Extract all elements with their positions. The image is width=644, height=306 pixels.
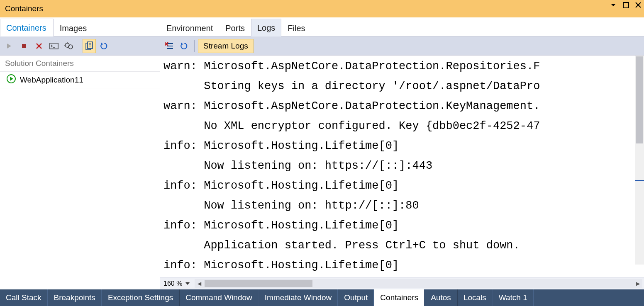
btab-watch-1[interactable]: Watch 1 <box>493 289 534 306</box>
dropdown-icon[interactable] <box>609 1 617 9</box>
tab-files[interactable]: Files <box>281 19 311 36</box>
stop-button[interactable] <box>17 39 31 53</box>
btab-label: Containers <box>380 293 418 302</box>
stream-logs-toggle[interactable]: Stream Logs <box>198 39 254 53</box>
tab-ports[interactable]: Ports <box>219 19 251 36</box>
btab-label: Breakpoints <box>54 293 95 302</box>
window-title: Containers <box>5 4 43 13</box>
right-panel: Environment Ports Logs Files Stream Logs… <box>160 17 644 289</box>
left-panel: Containers Images <box>0 17 160 289</box>
start-button[interactable] <box>2 39 16 53</box>
btab-breakpoints[interactable]: Breakpoints <box>48 289 102 306</box>
reload-button[interactable] <box>178 39 191 53</box>
btab-label: Autos <box>431 293 451 302</box>
toolbar-separator <box>194 40 195 52</box>
tab-logs[interactable]: Logs <box>251 19 281 36</box>
zoom-level: 160 % <box>163 280 182 287</box>
right-tabs: Environment Ports Logs Files <box>160 17 644 36</box>
btab-command-window[interactable]: Command Window <box>179 289 259 306</box>
bottom-tabs: Call Stack Breakpoints Exception Setting… <box>0 289 644 306</box>
tab-environment[interactable]: Environment <box>160 19 219 36</box>
terminal-button[interactable] <box>47 39 61 53</box>
btab-label: Watch 1 <box>499 293 527 302</box>
btab-label: Exception Settings <box>108 293 173 302</box>
btab-output[interactable]: Output <box>338 289 374 306</box>
tab-images[interactable]: Images <box>54 19 94 36</box>
zoom-selector[interactable]: 160 % <box>160 280 193 287</box>
tab-label: Images <box>60 24 87 33</box>
clear-button[interactable] <box>163 39 176 53</box>
left-toolbar <box>0 36 160 56</box>
btab-locals[interactable]: Locals <box>457 289 493 306</box>
tab-label: Logs <box>257 23 275 32</box>
tab-label: Environment <box>166 24 213 33</box>
btab-label: Immediate Window <box>265 293 332 302</box>
log-bottom-bar: 160 % ◀ ▶ <box>160 277 644 289</box>
remove-button[interactable] <box>32 39 46 53</box>
vertical-scrollbar[interactable] <box>635 56 644 265</box>
hscroll-track[interactable] <box>204 280 633 287</box>
log-text[interactable]: warn: Microsoft.AspNetCore.DataProtectio… <box>160 56 644 277</box>
svg-rect-1 <box>22 44 26 48</box>
toolbar-separator <box>79 40 79 52</box>
hscroll-thumb[interactable] <box>205 280 312 287</box>
tab-containers[interactable]: Containers <box>0 19 54 36</box>
btab-immediate-window[interactable]: Immediate Window <box>259 289 338 306</box>
btab-label: Locals <box>463 293 486 302</box>
scrollbar-mark <box>635 180 644 181</box>
close-icon[interactable] <box>634 1 642 9</box>
tab-label: Containers <box>6 23 46 32</box>
btab-label: Call Stack <box>6 293 41 302</box>
btab-autos[interactable]: Autos <box>424 289 457 306</box>
btab-label: Command Window <box>185 293 252 302</box>
btab-exception-settings[interactable]: Exception Settings <box>102 289 179 306</box>
scroll-right-icon[interactable]: ▶ <box>633 279 642 288</box>
horizontal-scrollbar[interactable]: ◀ ▶ <box>195 279 642 288</box>
scrollbar-thumb[interactable] <box>636 56 643 143</box>
copy-button[interactable] <box>83 39 96 53</box>
settings-button[interactable] <box>62 39 76 53</box>
tab-label: Files <box>288 24 305 33</box>
chevron-down-icon <box>185 282 190 285</box>
scroll-left-icon[interactable]: ◀ <box>195 279 204 288</box>
tab-label: Ports <box>225 24 245 33</box>
btab-label: Output <box>344 293 368 302</box>
svg-rect-2 <box>50 43 58 49</box>
refresh-button[interactable] <box>98 39 111 53</box>
right-toolbar: Stream Logs <box>160 36 644 56</box>
main-area: Containers Images <box>0 17 644 289</box>
btab-containers[interactable]: Containers <box>374 289 424 306</box>
log-area: warn: Microsoft.AspNetCore.DataProtectio… <box>160 56 644 277</box>
svg-rect-11 <box>88 42 93 49</box>
container-name: WebApplication11 <box>20 75 83 85</box>
running-icon <box>7 74 16 85</box>
stream-logs-label: Stream Logs <box>203 41 248 50</box>
window-buttons <box>609 1 642 9</box>
maximize-icon[interactable] <box>622 1 630 9</box>
solution-containers-header: Solution Containers <box>0 56 160 71</box>
title-bar: Containers <box>0 0 644 17</box>
container-item[interactable]: WebApplication11 <box>0 71 160 88</box>
btab-call-stack[interactable]: Call Stack <box>0 289 48 306</box>
left-tabs: Containers Images <box>0 17 160 36</box>
svg-rect-0 <box>623 2 629 8</box>
